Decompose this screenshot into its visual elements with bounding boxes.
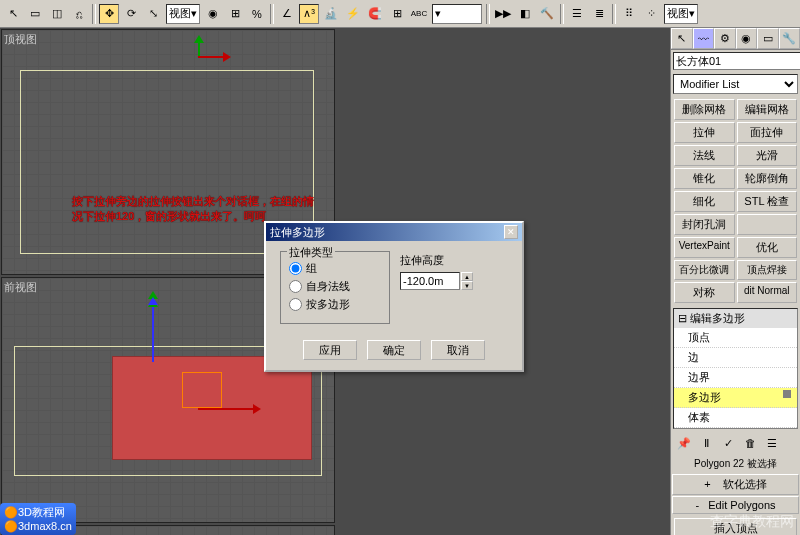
modify-tab-icon[interactable]: 〰 bbox=[693, 28, 715, 49]
command-panel: ↖ 〰 ⚙ ◉ ▭ 🔧 Modifier List 删除网格编辑网格 拉伸面拉伸… bbox=[670, 28, 800, 535]
hierarchy-tab-icon[interactable]: ⚙ bbox=[714, 28, 736, 49]
dialog-title-text: 拉伸多边形 bbox=[270, 225, 325, 240]
move-icon[interactable]: ✥ bbox=[99, 4, 119, 24]
a3-icon[interactable]: ∧³ bbox=[299, 4, 319, 24]
selection-status: Polygon 22 被选择 bbox=[671, 455, 800, 473]
modifier-list-dropdown[interactable]: Modifier List bbox=[673, 74, 798, 94]
chamfer-button[interactable]: 轮廓倒角 bbox=[737, 168, 798, 189]
vertex-paint-button[interactable]: VertexPaint bbox=[674, 237, 735, 258]
scale-icon[interactable]: ⤡ bbox=[143, 4, 163, 24]
remove-mod-icon[interactable]: 🗑 bbox=[740, 433, 760, 453]
percent-button[interactable]: 百分比微调 bbox=[674, 260, 735, 280]
spin-up-icon[interactable]: ▲ bbox=[461, 272, 473, 281]
unique-icon[interactable]: ✓ bbox=[718, 433, 738, 453]
pin-stack-icon[interactable]: 📌 bbox=[674, 433, 694, 453]
axis-x-icon bbox=[198, 408, 258, 410]
snap-icon[interactable]: ◉ bbox=[203, 4, 223, 24]
motion-tab-icon[interactable]: ◉ bbox=[736, 28, 758, 49]
logo-watermark: 🟠3D教程网 🟠3dmax8.cn bbox=[0, 503, 76, 535]
rotate-icon[interactable]: ⟳ bbox=[121, 4, 141, 24]
percent-icon[interactable]: % bbox=[247, 4, 267, 24]
subobj-border[interactable]: 边界 bbox=[674, 368, 797, 388]
list-icon[interactable]: ☰ bbox=[567, 4, 587, 24]
play-icon[interactable]: ▶▶ bbox=[493, 4, 513, 24]
viewport-label: 前视图 bbox=[4, 280, 37, 295]
spin-down-icon[interactable]: ▼ bbox=[461, 281, 473, 290]
radio-local-normal[interactable]: 自身法线 bbox=[289, 279, 381, 294]
create-tab-icon[interactable]: ↖ bbox=[671, 28, 693, 49]
view-dropdown[interactable]: 视图 ▾ bbox=[166, 4, 200, 24]
extrude-button[interactable]: 拉伸 bbox=[674, 122, 735, 143]
smooth-button[interactable]: 光滑 bbox=[737, 145, 798, 166]
main-toolbar: ↖ ▭ ◫ ⎌ ✥ ⟳ ⤡ 视图 ▾ ◉ ⊞ % ∠ ∧³ 🔬 ⚡ 🧲 ⊞ AB… bbox=[0, 0, 800, 28]
close-icon[interactable]: ✕ bbox=[504, 225, 518, 239]
axis-y-icon bbox=[198, 38, 200, 56]
window-icon[interactable]: ◫ bbox=[47, 4, 67, 24]
arrow-icon[interactable]: ↖ bbox=[3, 4, 23, 24]
cancel-button[interactable]: 取消 bbox=[431, 340, 485, 360]
blank-dropdown[interactable]: ▾ bbox=[432, 4, 482, 24]
edit-normal-button[interactable]: dit Normal bbox=[737, 282, 798, 303]
micro-icon[interactable]: 🔬 bbox=[321, 4, 341, 24]
height-spinner[interactable]: ▲ ▼ bbox=[400, 272, 473, 290]
modifier-stack[interactable]: ⊟ 编辑多边形 顶点 边 边界 多边形 体素 bbox=[673, 308, 798, 429]
magnet-icon[interactable]: 🧲 bbox=[365, 4, 385, 24]
normal-button[interactable]: 法线 bbox=[674, 145, 735, 166]
angle-icon[interactable]: ∠ bbox=[277, 4, 297, 24]
dots-icon[interactable]: ⁘ bbox=[641, 4, 661, 24]
delete-mesh-button[interactable]: 删除网格 bbox=[674, 99, 735, 120]
apply-button[interactable]: 应用 bbox=[303, 340, 357, 360]
colors-icon[interactable]: ⠿ bbox=[619, 4, 639, 24]
cap-holes-button[interactable]: 封闭孔洞 bbox=[674, 214, 735, 235]
axis-z-icon bbox=[152, 302, 154, 362]
taper-button[interactable]: 锥化 bbox=[674, 168, 735, 189]
groupbox-label: 拉伸类型 bbox=[287, 245, 335, 260]
config-icon[interactable]: ☰ bbox=[762, 433, 782, 453]
radio-by-poly[interactable]: 按多边形 bbox=[289, 297, 381, 312]
optimize-button[interactable]: 优化 bbox=[737, 237, 798, 258]
view-dropdown-2[interactable]: 视图 ▾ bbox=[664, 4, 698, 24]
utility-tab-icon[interactable]: 🔧 bbox=[779, 28, 801, 49]
tessellate-button[interactable]: 细化 bbox=[674, 191, 735, 212]
abc-icon[interactable]: ABC bbox=[409, 4, 429, 24]
face-extrude-button[interactable]: 面拉伸 bbox=[737, 122, 798, 143]
marquee-icon[interactable]: ▭ bbox=[25, 4, 45, 24]
extrude-dialog: 拉伸多边形 ✕ 拉伸类型 组 自身法线 按多边形 拉伸高度 ▲ ▼ bbox=[264, 221, 524, 372]
subobj-polygon[interactable]: 多边形 bbox=[674, 388, 797, 408]
site-watermark: 查字典教程网 bbox=[710, 513, 794, 531]
symmetry-button[interactable]: 对称 bbox=[674, 282, 735, 303]
subobj-edge[interactable]: 边 bbox=[674, 348, 797, 368]
edit-polygons-rollout[interactable]: - Edit Polygons bbox=[672, 496, 799, 514]
height-input[interactable] bbox=[400, 272, 460, 290]
subobj-vertex[interactable]: 顶点 bbox=[674, 328, 797, 348]
object-name-input[interactable] bbox=[673, 52, 800, 70]
show-end-icon[interactable]: Ⅱ bbox=[696, 433, 716, 453]
soft-selection-rollout[interactable]: + 软化选择 bbox=[672, 474, 799, 495]
radio-group[interactable]: 组 bbox=[289, 261, 381, 276]
display-tab-icon[interactable]: ▭ bbox=[757, 28, 779, 49]
ok-button[interactable]: 确定 bbox=[367, 340, 421, 360]
edit-mesh-button[interactable]: 编辑网格 bbox=[737, 99, 798, 120]
link-icon[interactable]: ⎌ bbox=[69, 4, 89, 24]
viewport-area: 顶视图 前视图 左视图 bbox=[0, 28, 670, 535]
vertex-weld-button[interactable]: 顶点焊接 bbox=[737, 260, 798, 280]
stack-item-label: 编辑多边形 bbox=[690, 312, 745, 324]
layers-icon[interactable]: ≣ bbox=[589, 4, 609, 24]
stl-check-button[interactable]: STL 检查 bbox=[737, 191, 798, 212]
axis-z-head bbox=[148, 292, 158, 305]
axis-x-icon bbox=[198, 56, 228, 58]
hammer-icon[interactable]: 🔨 bbox=[537, 4, 557, 24]
eraser-icon[interactable]: ◧ bbox=[515, 4, 535, 24]
bolt-icon[interactable]: ⚡ bbox=[343, 4, 363, 24]
viewport-label: 顶视图 bbox=[4, 32, 37, 47]
height-label: 拉伸高度 bbox=[400, 253, 473, 268]
snap2-icon[interactable]: ⊞ bbox=[225, 4, 245, 24]
gizmo-box bbox=[182, 372, 222, 408]
dialog-titlebar[interactable]: 拉伸多边形 ✕ bbox=[266, 223, 522, 241]
subobj-element[interactable]: 体素 bbox=[674, 408, 797, 428]
grid-icon[interactable]: ⊞ bbox=[387, 4, 407, 24]
